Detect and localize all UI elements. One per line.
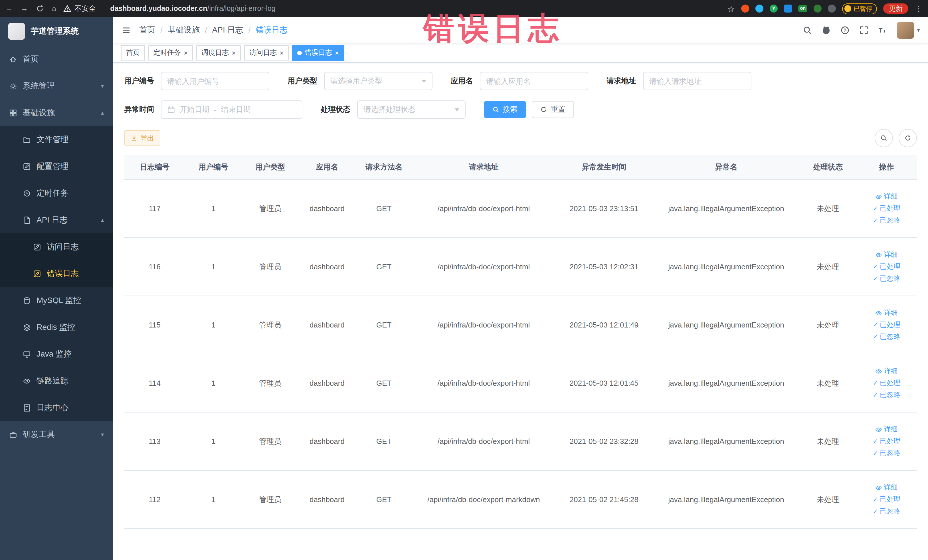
sidebar-item-api-log[interactable]: API 日志 ▴ [0,206,113,233]
app-name-input[interactable] [480,72,588,90]
sidebar-submenu-api-log: 访问日志 错误日志 [0,233,113,287]
filter-user-type: 用户类型 请选择用户类型 [288,72,432,90]
app-logo[interactable]: 芋道管理系统 [0,17,113,46]
refresh-table-button[interactable] [899,129,917,147]
filter-app-name: 应用名 [451,72,588,90]
github-link[interactable] [822,26,831,35]
sidebar-item-config-management[interactable]: 配置管理 [0,153,113,180]
mark-processed-link[interactable]: ✓ 已处理 [873,262,901,272]
check-icon: ✓ [873,392,878,398]
extension-icon[interactable] [756,5,763,12]
reload-button[interactable] [36,5,44,12]
sidebar-item-home[interactable]: 首页 [0,46,113,72]
mark-ignored-link[interactable]: ✓ 已忽略 [873,274,901,284]
paused-badge[interactable]: 已暂停 [842,3,877,14]
mark-processed-link[interactable]: ✓ 已处理 [873,320,901,330]
detail-link[interactable]: 详细 [876,308,898,318]
sidebar-item-log-center[interactable]: 日志中心 [0,394,113,421]
mark-processed-link[interactable]: ✓ 已处理 [873,436,901,446]
extension-icon[interactable]: Y [770,5,778,12]
sidebar-item-redis-monitor[interactable]: Redis 监控 [0,314,113,340]
sidebar-item-dev-tools[interactable]: 研发工具 ▾ [0,421,113,448]
sidebar-label: 定时任务 [37,188,69,198]
breadcrumb-item-api-log[interactable]: API 日志 [212,25,243,35]
request-url-input[interactable] [643,72,751,90]
mark-ignored-link[interactable]: ✓ 已忽略 [873,449,901,458]
address-bar[interactable]: dashboard.yudao.iocoder.cn/infra/log/api… [110,5,275,12]
action-label: 已忽略 [880,332,901,342]
cell-app-name: dashboard [299,262,356,271]
tab-close-icon[interactable]: × [232,49,236,56]
sidebar-item-access-log[interactable]: 访问日志 [0,233,113,260]
sidebar-item-infra[interactable]: 基础设施 ▴ [0,99,113,126]
mark-ignored-link[interactable]: ✓ 已忽略 [873,216,901,225]
tab-access-log[interactable]: 访问日志× [244,45,289,61]
help-button[interactable]: ? [841,26,850,35]
browser-update-button[interactable]: 更新 [883,3,908,14]
toggle-search-button[interactable] [875,129,893,147]
tab-schedule-log[interactable]: 调度日志× [196,45,241,61]
tab-close-icon[interactable]: × [184,49,188,56]
export-button[interactable]: 导出 [124,130,160,146]
detail-link[interactable]: 详细 [876,366,898,376]
tab-error-log[interactable]: 错误日志× [292,45,344,61]
mark-processed-link[interactable]: ✓ 已处理 [873,378,901,388]
search-button[interactable]: 搜索 [484,101,526,118]
tab-close-icon[interactable]: × [279,49,284,56]
sidebar-label: 日志中心 [37,403,69,413]
forward-button[interactable]: → [21,5,28,12]
mark-processed-link[interactable]: ✓ 已处理 [873,204,901,214]
sidebar-item-java-monitor[interactable]: Java 监控 [0,340,113,368]
detail-link[interactable]: 详细 [876,192,898,201]
table-row: 112 1 管理员 dashboard GET /api/infra/db-do… [124,471,917,529]
cell-request-url: /api/infra/db-doc/export-html [412,262,555,271]
process-status-select[interactable]: 请选择处理状态 [357,101,466,119]
user-type-select[interactable]: 请选择用户类型 [324,72,432,90]
font-size-button[interactable]: TT [878,26,887,35]
cell-method: GET [356,379,412,388]
action-label: 已忽略 [880,274,901,284]
cell-exception-name: java.lang.IllegalArgumentException [653,437,799,446]
extension-icon[interactable] [784,5,792,12]
sidebar-item-scheduled-jobs[interactable]: 定时任务 [0,180,113,206]
extension-icon[interactable] [814,5,821,12]
mark-ignored-link[interactable]: ✓ 已忽略 [873,507,901,516]
tab-home[interactable]: 首页 [121,45,145,61]
detail-link[interactable]: 详细 [876,250,898,259]
mark-ignored-link[interactable]: ✓ 已忽略 [873,390,901,400]
fullscreen-button[interactable] [859,26,868,35]
hamburger-button[interactable] [122,26,131,35]
user-id-input[interactable] [161,72,269,90]
tab-scheduled-jobs[interactable]: 定时任务× [148,45,193,61]
browser-menu-dots[interactable]: ⋮ [914,4,923,13]
tab-close-icon[interactable]: × [335,49,339,56]
header-search-button[interactable] [803,26,812,35]
cell-exception-name: java.lang.IllegalArgumentException [653,495,799,504]
mark-processed-link[interactable]: ✓ 已处理 [873,495,901,504]
extensions-puzzle-icon[interactable] [828,5,836,12]
sidebar-item-tracing[interactable]: 链路追踪 [0,368,113,394]
extension-on-badge[interactable]: on [798,5,807,12]
detail-link[interactable]: 详细 [876,483,898,492]
sidebar-item-mysql-monitor[interactable]: MySQL 监控 [0,287,113,314]
check-icon: ✓ [873,217,878,224]
site-security-chip[interactable]: 不安全 [63,4,96,14]
back-button[interactable]: ← [6,5,13,12]
url-host: dashboard.yudao.iocoder.cn [110,5,207,12]
filter-exception-time: 异常时间 开始日期 - 结束日期 [124,101,302,119]
detail-link[interactable]: 详细 [876,424,898,434]
breadcrumb-item-home[interactable]: 首页 [139,25,155,35]
cell-exception-time: 2021-05-03 12:01:45 [555,379,653,388]
breadcrumb-item-infra[interactable]: 基础设施 [168,25,200,35]
extension-icon[interactable] [741,5,749,12]
sidebar-item-system[interactable]: 系统管理 ▾ [0,72,113,99]
date-range-picker[interactable]: 开始日期 - 结束日期 [161,101,302,119]
home-button[interactable]: ⌂ [52,5,56,12]
sidebar-item-file-management[interactable]: 文件管理 [0,126,113,153]
mark-ignored-link[interactable]: ✓ 已忽略 [873,332,901,342]
reset-button[interactable]: 重置 [532,101,574,118]
bookmark-star-icon[interactable]: ☆ [728,4,735,13]
user-menu[interactable]: ▾ [897,22,920,39]
tab-label: 调度日志 [201,48,229,58]
sidebar-item-error-log[interactable]: 错误日志 [0,260,113,287]
